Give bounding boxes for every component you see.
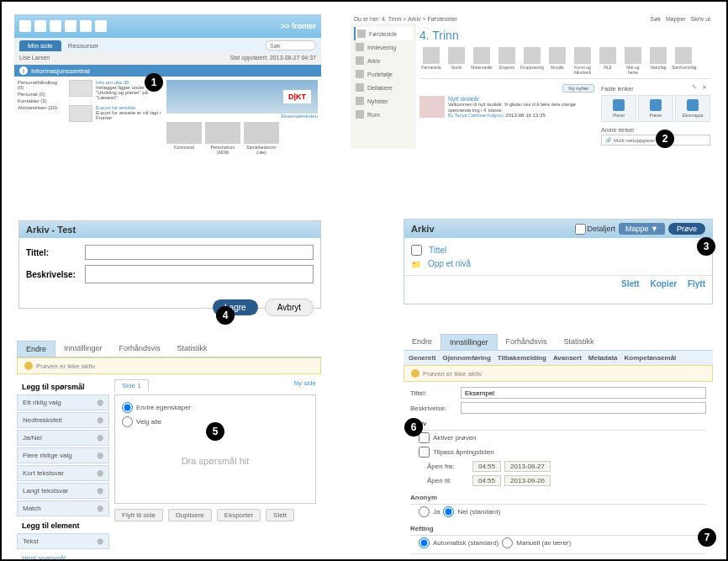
title-input[interactable] — [85, 245, 314, 260]
folder-dropdown[interactable]: Mappe ▼ — [619, 223, 665, 235]
qtype-item[interactable]: Nedtrekksfelt⊕ — [17, 412, 109, 428]
qtype-item[interactable]: Kort tekstsvar⊕ — [17, 465, 109, 481]
tab-my-page[interactable]: Min side — [19, 40, 61, 51]
nav-item[interactable]: Arkiv — [354, 54, 413, 67]
subtab[interactable]: Metadata — [588, 354, 618, 362]
anon-no-radio[interactable] — [443, 506, 454, 517]
quick-card[interactable]: Elevmappe — [675, 95, 710, 122]
desc-input[interactable] — [461, 402, 706, 414]
course-nav: Førsteside Innlevering Arkiv Portefølje … — [351, 24, 416, 149]
time-to[interactable]: 04:55 — [472, 475, 501, 486]
news-item[interactable]: E-post for ansatte E-post for ansatte er… — [69, 105, 161, 122]
date-to[interactable]: 2013-09-26 — [504, 475, 551, 486]
cancel-button[interactable]: Avbryt — [265, 299, 314, 316]
auto-radio[interactable] — [419, 537, 430, 548]
nav-item[interactable]: Deltakere — [354, 81, 413, 94]
planner-icon — [613, 99, 625, 111]
subtab[interactable]: Avansert — [553, 354, 582, 362]
search-input[interactable] — [266, 40, 316, 50]
nav-item[interactable]: Portefølje — [354, 67, 413, 81]
export-button[interactable]: Eksporter — [217, 509, 261, 521]
subject-item[interactable]: Musikk — [546, 47, 569, 75]
quick-card[interactable]: Planer — [601, 95, 636, 122]
adjust-time-checkbox[interactable] — [419, 447, 430, 458]
tab-preview[interactable]: Forhåndsvis — [498, 334, 556, 350]
room-thumb[interactable]: Personalrom (ADM) — [205, 122, 240, 155]
side-item[interactable]: Personal (0) — [18, 92, 64, 97]
tab-stats[interactable]: Statistikk — [556, 334, 603, 350]
duplicate-button[interactable]: Duplisere — [168, 509, 212, 521]
new-page-link[interactable]: Ny side — [293, 379, 316, 391]
news-title[interactable]: Nytt skoleår — [448, 96, 594, 102]
hero-sub[interactable]: Eksempelskolen — [166, 114, 318, 119]
edit-props-radio[interactable] — [122, 402, 133, 413]
subject-item[interactable]: Førsteside — [419, 47, 443, 75]
nav-item[interactable]: Førsteside — [354, 27, 413, 40]
test-button[interactable]: Prøve — [668, 223, 705, 235]
dashboard-panel: >> fronter Min side Ressurser Lise Larse… — [14, 14, 321, 149]
subject-item[interactable]: Matematikk — [470, 47, 493, 75]
qtype-item[interactable]: Ja/Nei⊕ — [17, 430, 109, 446]
tab-resources[interactable]: Ressurser — [68, 42, 98, 50]
nav-item[interactable]: Rom — [354, 108, 413, 121]
close-icon[interactable]: ✕ — [702, 84, 710, 93]
tab-edit[interactable]: Endre — [404, 334, 440, 350]
room-icon — [356, 110, 364, 119]
qtype-item[interactable]: Langt tekstsvar⊕ — [17, 483, 109, 499]
side-item[interactable]: Kontakter (3) — [18, 98, 64, 103]
subtab[interactable]: Kompetansemål — [625, 354, 677, 362]
room-thumb[interactable]: Samarbeidsrom (uke) — [244, 122, 279, 155]
qtype-item[interactable]: Flere riktige valg⊕ — [17, 447, 109, 463]
manual-radio[interactable] — [502, 537, 513, 548]
desc-input[interactable] — [85, 265, 314, 283]
time-from[interactable]: 04:55 — [472, 461, 501, 472]
quick-card[interactable]: Prøver — [638, 95, 673, 122]
select-all[interactable] — [411, 245, 422, 256]
qtype-item[interactable]: Ett riktig valg⊕ — [17, 394, 109, 410]
tab-settings[interactable]: Innstillinger — [440, 334, 498, 350]
subtab[interactable]: Tilbakemelding — [498, 354, 546, 362]
subject-item[interactable]: Samfunnsfag — [672, 47, 695, 75]
new-news-button[interactable]: Ny nyhet — [562, 84, 594, 93]
move-button[interactable]: Flytt — [688, 279, 705, 288]
anon-yes-radio[interactable] — [419, 506, 430, 517]
page-tab[interactable]: Side 1 — [114, 379, 149, 391]
subject-item[interactable]: RLE — [596, 47, 620, 75]
title-input[interactable] — [461, 387, 706, 399]
date-from[interactable]: 2013-08-27 — [504, 461, 551, 472]
element-item[interactable]: Tekst⊕ — [17, 533, 109, 549]
nav-item[interactable]: Innlevering — [354, 40, 413, 54]
bc-print[interactable]: Skriv ut — [691, 16, 710, 22]
subtab[interactable]: Gjennomføring — [442, 354, 490, 362]
tab-stats[interactable]: Statistikk — [169, 341, 216, 357]
subtab[interactable]: Generelt — [409, 354, 435, 362]
side-item[interactable]: Personalhåndbog (0) — [18, 80, 64, 90]
move-button[interactable]: Flytt til side — [114, 509, 163, 521]
subject-item[interactable]: Norsk — [445, 47, 468, 75]
subject-item[interactable]: Engelsk — [495, 47, 519, 75]
qtype-item[interactable]: Match⊕ — [17, 500, 109, 516]
up-level[interactable]: 📁 Opp et nivå — [411, 257, 705, 270]
side-item[interactable]: Aktivietslisen (20) — [18, 105, 64, 110]
subject-item[interactable]: Mat og helse — [621, 47, 645, 75]
bc-search[interactable]: Søk — [650, 16, 660, 22]
delete-button[interactable]: Slett — [621, 279, 640, 288]
tab-settings[interactable]: Innstillinger — [55, 341, 111, 357]
tab-edit[interactable]: Endre — [17, 341, 55, 357]
tab-preview[interactable]: Forhåndsvis — [111, 341, 169, 357]
news-author[interactable]: By Tanya Cathrine Kolgrov — [448, 113, 503, 118]
subject-item[interactable]: Naturfag — [646, 47, 670, 75]
delete-button[interactable]: Slett — [266, 509, 294, 521]
edit-icon[interactable]: ✎ — [692, 84, 700, 93]
section-grading: Retting — [410, 522, 706, 536]
detailed-toggle[interactable]: Detaljert — [575, 224, 616, 235]
copy-button[interactable]: Kopier — [650, 279, 677, 288]
fetch-questions-link[interactable]: Hent spørsmål — [17, 551, 109, 561]
subject-item[interactable]: Kroppsøving — [520, 47, 544, 75]
bc-folders[interactable]: Mapper — [666, 16, 686, 22]
activate-checkbox[interactable] — [419, 432, 430, 443]
room-thumb[interactable]: Kommunal — [166, 122, 202, 155]
select-all-radio[interactable] — [122, 416, 133, 427]
nav-item[interactable]: Nyheter — [354, 94, 413, 108]
subject-item[interactable]: Kunst og håndverk — [571, 47, 594, 75]
